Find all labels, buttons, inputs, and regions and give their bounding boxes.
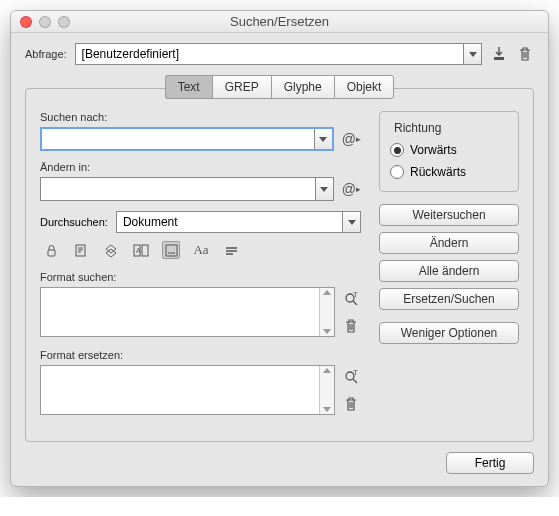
svg-rect-0 — [494, 57, 504, 60]
direction-legend: Richtung — [390, 121, 445, 135]
svg-rect-4 — [142, 245, 148, 256]
direction-backward-radio[interactable]: Rückwärts — [390, 165, 508, 179]
scrollbar[interactable] — [319, 288, 334, 336]
search-scope-value: Dokument — [123, 215, 178, 229]
change-to-label: Ändern in: — [40, 161, 361, 173]
window-title: Suchen/Ersetzen — [11, 14, 548, 29]
tab-glyph[interactable]: Glyphe — [271, 75, 334, 99]
query-value: [Benutzerdefiniert] — [82, 47, 179, 61]
search-scope-label: Durchsuchen: — [40, 216, 108, 228]
close-window-button[interactable] — [20, 16, 32, 28]
special-chars-change-icon[interactable]: @▸ — [342, 181, 361, 197]
change-button[interactable]: Ändern — [379, 232, 519, 254]
case-sensitive-icon[interactable]: Aa — [192, 241, 210, 259]
locked-layers-icon[interactable] — [42, 241, 60, 259]
chevron-down-icon — [315, 178, 333, 200]
query-label: Abfrage: — [25, 48, 67, 60]
tab-text[interactable]: Text — [165, 75, 212, 99]
change-all-button[interactable]: Alle ändern — [379, 260, 519, 282]
query-select[interactable]: [Benutzerdefiniert] — [75, 43, 482, 65]
format-search-box[interactable] — [40, 287, 335, 337]
direction-forward-radio[interactable]: Vorwärts — [390, 143, 508, 157]
svg-text:T: T — [353, 291, 358, 299]
format-search-label: Format suchen: — [40, 271, 361, 283]
svg-rect-1 — [48, 250, 55, 256]
minimize-window-button[interactable] — [39, 16, 51, 28]
radio-icon — [390, 143, 404, 157]
locked-stories-icon[interactable] — [72, 241, 90, 259]
find-replace-window: Suchen/Ersetzen Abfrage: [Benutzerdefini… — [10, 10, 549, 487]
clear-format-replace-icon[interactable] — [344, 396, 358, 412]
format-replace-label: Format ersetzen: — [40, 349, 361, 361]
scrollbar[interactable] — [319, 366, 334, 414]
direction-backward-label: Rückwärts — [410, 165, 466, 179]
master-pages-icon[interactable]: A — [132, 241, 150, 259]
search-scope-select[interactable]: Dokument — [116, 211, 361, 233]
direction-fieldset: Richtung Vorwärts Rückwärts — [379, 111, 519, 192]
change-to-input[interactable] — [40, 177, 334, 201]
svg-text:A: A — [136, 247, 141, 254]
hidden-layers-icon[interactable] — [102, 241, 120, 259]
save-query-icon[interactable] — [490, 45, 508, 63]
replace-find-button[interactable]: Ersetzen/Suchen — [379, 288, 519, 310]
titlebar: Suchen/Ersetzen — [11, 11, 548, 33]
footnotes-icon[interactable] — [162, 241, 180, 259]
fewer-options-button[interactable]: Weniger Optionen — [379, 322, 519, 344]
special-chars-search-icon[interactable]: @▸ — [342, 131, 361, 147]
delete-query-icon[interactable] — [516, 45, 534, 63]
whole-word-icon[interactable] — [222, 241, 240, 259]
find-next-button[interactable]: Weitersuchen — [379, 204, 519, 226]
search-for-label: Suchen nach: — [40, 111, 361, 123]
direction-forward-label: Vorwärts — [410, 143, 457, 157]
zoom-window-button[interactable] — [58, 16, 70, 28]
format-replace-box[interactable] — [40, 365, 335, 415]
svg-text:T: T — [353, 369, 358, 377]
chevron-down-icon — [463, 44, 481, 64]
svg-rect-6 — [166, 245, 177, 256]
clear-format-search-icon[interactable] — [344, 318, 358, 334]
search-for-input[interactable] — [40, 127, 334, 151]
chevron-down-icon — [342, 212, 360, 232]
tab-object[interactable]: Objekt — [334, 75, 395, 99]
specify-format-search-icon[interactable]: T — [343, 291, 360, 308]
specify-format-replace-icon[interactable]: T — [343, 369, 360, 386]
done-button[interactable]: Fertig — [446, 452, 534, 474]
chevron-down-icon — [314, 129, 332, 149]
radio-icon — [390, 165, 404, 179]
tab-grep[interactable]: GREP — [212, 75, 271, 99]
